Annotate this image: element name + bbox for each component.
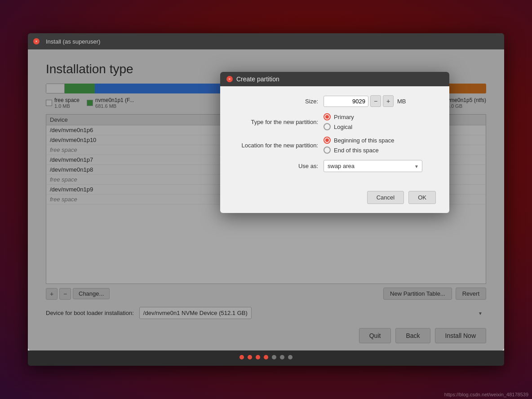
dialog-titlebar: × Create partition <box>220 72 449 86</box>
radio-end-circle <box>324 146 331 154</box>
main-content: Installation type free space 1.0 MB <box>28 49 504 350</box>
radio-primary[interactable]: Primary <box>324 113 354 120</box>
partition-type-group: Primary Logical <box>324 113 354 130</box>
title-bar: × Install (as superuser) <box>28 33 504 49</box>
cancel-button[interactable]: Cancel <box>367 191 404 204</box>
use-as-select-wrapper[interactable]: swap area Ext4 journaling file system Ex… <box>324 160 422 172</box>
location-label: Location for the new partition: <box>234 142 324 149</box>
size-increase-button[interactable]: + <box>383 95 394 107</box>
radio-beginning-label: Beginning of this space <box>334 137 394 144</box>
progress-dot-6 <box>280 355 284 359</box>
size-decrease-button[interactable]: − <box>370 95 381 107</box>
radio-beginning-circle <box>324 137 331 144</box>
progress-dot-2 <box>248 355 252 359</box>
size-unit: MB <box>397 98 406 105</box>
ok-button[interactable]: OK <box>408 191 436 204</box>
progress-dot-7 <box>288 355 293 359</box>
window-title: Install (as superuser) <box>46 38 100 45</box>
location-row: Location for the new partition: Beginnin… <box>234 137 436 154</box>
radio-logical-circle <box>324 123 331 130</box>
partition-type-row: Type for the new partition: Primary Logi… <box>234 113 436 130</box>
progress-dot-3 <box>256 355 260 359</box>
installer-window: × Install (as superuser) Installation ty… <box>28 33 504 366</box>
radio-primary-label: Primary <box>334 114 354 120</box>
partition-type-label: Type for the new partition: <box>234 119 324 125</box>
progress-dot-1 <box>239 355 244 359</box>
progress-dots <box>28 350 504 366</box>
use-as-label: Use as: <box>234 163 324 169</box>
size-label: Size: <box>234 98 324 105</box>
radio-end[interactable]: End of this space <box>324 146 394 154</box>
create-partition-dialog: × Create partition Size: − + MB <box>220 72 449 213</box>
use-as-select[interactable]: swap area Ext4 journaling file system Ex… <box>324 160 422 172</box>
radio-beginning[interactable]: Beginning of this space <box>324 137 394 144</box>
close-button[interactable]: × <box>33 38 40 44</box>
radio-logical[interactable]: Logical <box>324 123 354 130</box>
radio-logical-label: Logical <box>334 124 352 130</box>
radio-primary-circle <box>324 113 331 120</box>
location-group: Beginning of this space End of this spac… <box>324 137 394 154</box>
size-row: Size: − + MB <box>234 95 436 107</box>
dialog-body: Size: − + MB Type for the new partition: <box>220 86 449 187</box>
dialog-close-button[interactable]: × <box>226 76 233 82</box>
progress-dot-4 <box>264 355 268 359</box>
size-control: − + MB <box>324 95 406 107</box>
use-as-row: Use as: swap area Ext4 journaling file s… <box>234 160 436 172</box>
dialog-title: Create partition <box>236 75 279 83</box>
dialog-footer: Cancel OK <box>220 187 449 213</box>
radio-end-label: End of this space <box>334 147 379 154</box>
watermark: https://blog.csdn.net/weixin_48178539 <box>444 392 528 397</box>
progress-dot-5 <box>272 355 276 359</box>
size-input[interactable] <box>324 96 368 107</box>
